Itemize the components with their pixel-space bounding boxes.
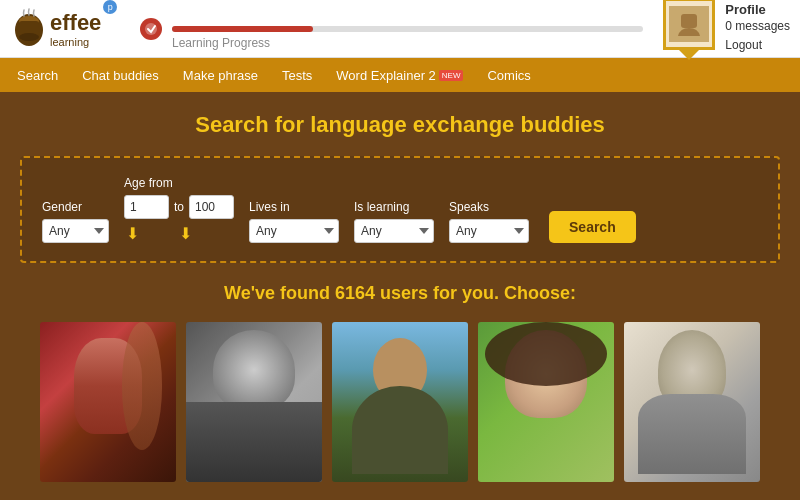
svg-rect-6 [681,14,697,28]
progress-icon [140,18,162,40]
nav-item-search[interactable]: Search [5,58,70,92]
age-to-input[interactable] [189,195,234,219]
nav-item-make-phrase[interactable]: Make phrase [171,58,270,92]
nav-item-chat-buddies[interactable]: Chat buddies [70,58,171,92]
profile-title[interactable]: Profile [725,2,790,17]
lives-in-select[interactable]: Any [249,219,339,243]
age-from-input[interactable] [124,195,169,219]
speaks-field: Speaks Any [449,200,529,243]
logo-name: effee [50,10,101,36]
age-to-indicator: ⬇ [179,224,192,243]
profile-links: Profile 0 messages Logout [725,2,790,55]
progress-fill [172,26,313,32]
is-learning-label: Is learning [354,200,434,214]
profile-ribbon-icon [679,50,699,60]
header: effee p learning [0,0,800,58]
age-to-label: to [174,200,184,214]
logo-area: effee p learning [10,8,120,50]
user-card[interactable] [40,322,176,482]
logo-icon [10,8,48,50]
gender-label: Gender [42,200,109,214]
svg-point-3 [19,33,39,41]
nav-item-comics[interactable]: Comics [475,58,542,92]
user-card[interactable] [624,322,760,482]
age-from-indicator: ⬇ [126,224,139,243]
progress-label: Learning Progress [172,36,270,50]
user-cards-container [20,322,780,482]
user-card[interactable] [332,322,468,482]
search-button[interactable]: Search [549,211,636,243]
messages-link[interactable]: 0 messages [725,17,790,36]
logo-badge: p [103,0,117,14]
logout-link[interactable]: Logout [725,36,790,55]
age-field: Age from to ⬇ ⬇ [124,176,234,243]
speaks-label: Speaks [449,200,529,214]
profile-photo[interactable] [663,0,715,50]
user-card[interactable] [478,322,614,482]
main-nav: Search Chat buddies Make phrase Tests Wo… [0,58,800,92]
progress-track[interactable] [172,26,643,32]
gender-select[interactable]: Any Male Female [42,219,109,243]
user-card[interactable] [186,322,322,482]
profile-avatar-icon [675,10,703,38]
lives-in-field: Lives in Any [249,200,339,243]
progress-area: Learning Progress [120,18,663,40]
results-title: We've found 6164 users for you. Choose: [20,283,780,304]
profile-area: Profile 0 messages Logout [663,0,790,60]
lives-in-label: Lives in [249,200,339,214]
logo-subtitle: learning [50,36,117,48]
search-box: Gender Any Male Female Age from to ⬇ ⬇ [20,156,780,263]
is-learning-field: Is learning Any [354,200,434,243]
is-learning-select[interactable]: Any [354,219,434,243]
search-title: Search for language exchange buddies [20,112,780,138]
new-badge: new [439,70,464,81]
speaks-select[interactable]: Any [449,219,529,243]
age-label: Age from [124,176,234,190]
main-content: Search for language exchange buddies Gen… [0,92,800,500]
nav-item-word-explainer[interactable]: Word Explainer 2 new [324,58,475,92]
nav-item-tests[interactable]: Tests [270,58,324,92]
gender-field: Gender Any Male Female [42,200,109,243]
